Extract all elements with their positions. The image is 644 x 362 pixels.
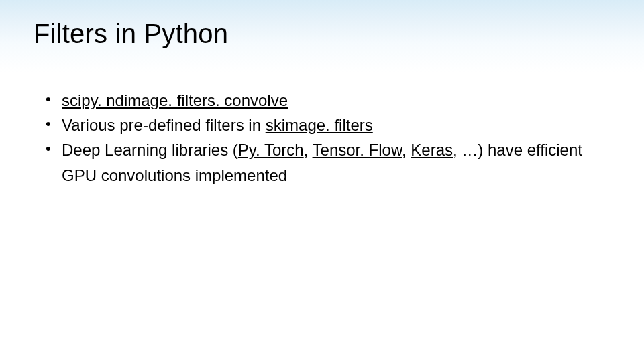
link-keras[interactable]: Keras [411, 141, 453, 159]
bullet-3-text-3: , [402, 141, 411, 159]
bullet-item-3: Deep Learning libraries (Py. Torch, Tens… [46, 137, 610, 187]
bullet-3-text-2: , [304, 141, 313, 159]
slide: Filters in Python scipy. ndimage. filter… [0, 0, 644, 362]
link-scipy-convolve[interactable]: scipy. ndimage. filters. convolve [62, 91, 288, 109]
slide-title: Filters in Python [34, 19, 610, 49]
link-tensorflow[interactable]: Tensor. Flow [313, 141, 402, 159]
bullet-list: scipy. ndimage. filters. convolve Variou… [34, 88, 610, 188]
bullet-2-text: Various pre-defined filters in [62, 116, 266, 134]
bullet-item-1: scipy. ndimage. filters. convolve [46, 88, 610, 113]
bullet-3-text-1: Deep Learning libraries ( [62, 141, 238, 159]
link-skimage-filters[interactable]: skimage. filters [266, 116, 373, 134]
bullet-item-2: Various pre-defined filters in skimage. … [46, 113, 610, 137]
link-pytorch[interactable]: Py. Torch [238, 141, 304, 159]
